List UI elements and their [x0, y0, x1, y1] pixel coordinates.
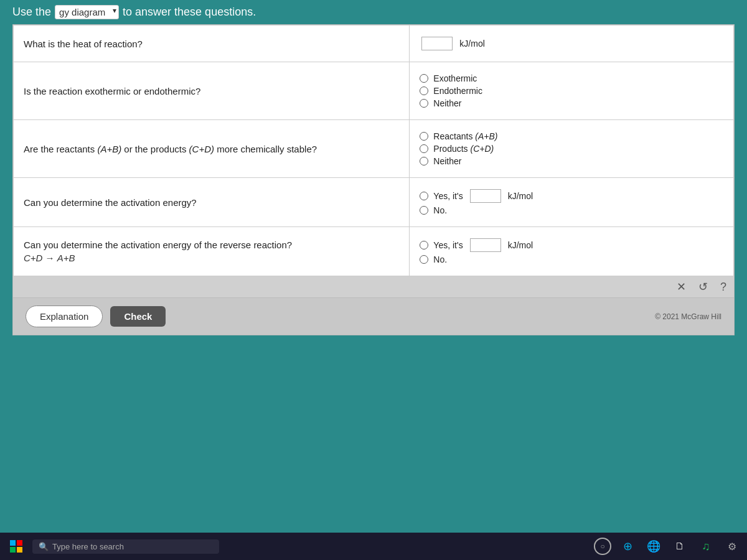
action-icons: ✕ ↺ ? — [677, 280, 726, 294]
unit-label-3: kJ/mol — [508, 240, 533, 250]
activation-energy-input[interactable] — [470, 189, 501, 203]
taskbar-search[interactable]: 🔍 Type here to search — [32, 539, 219, 554]
main-content: What is the heat of reaction? kJ/mol Is … — [12, 24, 735, 298]
label-neither-2: Neither — [433, 156, 461, 166]
search-label: Type here to search — [52, 542, 124, 551]
check-button[interactable]: Check — [110, 306, 166, 327]
formula-text: C+D → A+B — [24, 253, 75, 263]
answer-option-input: kJ/mol — [420, 37, 723, 50]
question-text-4: Can you determine the activation energy? — [24, 197, 197, 208]
diagram-dropdown[interactable]: gy diagram — [55, 5, 119, 19]
questions-table: What is the heat of reaction? kJ/mol Is … — [13, 25, 734, 276]
answer-option-yes-2: Yes, it's kJ/mol — [420, 238, 723, 252]
taskbar-cortana[interactable]: ○ — [594, 538, 611, 555]
use-the-text: Use the — [12, 6, 51, 19]
label-products: Products (C+D) — [433, 144, 494, 154]
taskbar: 🔍 Type here to search ○ ⊕ 🌐 🗋 ♫ ⚙ — [0, 533, 747, 560]
label-reactants: Reactants (A+B) — [433, 131, 497, 141]
question-text-5: Can you determine the activation energy … — [24, 240, 292, 250]
taskbar-icons: ○ ⊕ 🌐 🗋 ♫ ⚙ — [594, 536, 742, 556]
taskbar-settings[interactable]: ⚙ — [722, 536, 742, 556]
radio-neither-1[interactable] — [420, 99, 428, 108]
label-no-1: No. — [433, 205, 447, 215]
explanation-button[interactable]: Explanation — [26, 306, 103, 327]
question-cell-3: Are the reactants (A+B) or the products … — [14, 120, 410, 178]
taskbar-chrome[interactable]: 🌐 — [644, 536, 664, 556]
bottom-bar: Explanation Check © 2021 McGraw Hill — [12, 298, 735, 335]
svg-rect-1 — [17, 540, 22, 546]
header-bar: Use the gy diagram to answer these quest… — [0, 0, 747, 24]
answer-cell-5: Yes, it's kJ/mol No. — [410, 227, 734, 276]
reverse-activation-energy-input[interactable] — [470, 238, 501, 252]
table-row: What is the heat of reaction? kJ/mol — [14, 26, 734, 62]
question-cell-2: Is the reaction exothermic or endothermi… — [14, 62, 410, 120]
radio-yes-1[interactable] — [420, 192, 428, 200]
answer-option-products: Products (C+D) — [420, 144, 723, 154]
sub-formula: C+D → A+B — [24, 253, 399, 263]
label-no-2: No. — [433, 254, 447, 264]
answer-cell-1: kJ/mol — [410, 26, 734, 62]
radio-reactants[interactable] — [420, 132, 428, 141]
table-row: Are the reactants (A+B) or the products … — [14, 120, 734, 178]
label-neither-1: Neither — [433, 98, 461, 108]
taskbar-spotify[interactable]: ♫ — [696, 536, 716, 556]
label-yes-1: Yes, it's — [433, 191, 463, 201]
answer-option-yes-1: Yes, it's kJ/mol — [420, 189, 723, 203]
table-row: Can you determine the activation energy?… — [14, 178, 734, 227]
svg-rect-3 — [17, 547, 22, 553]
taskbar-file[interactable]: 🗋 — [670, 536, 690, 556]
answer-option-reactants: Reactants (A+B) — [420, 131, 723, 141]
radio-exothermic[interactable] — [420, 74, 428, 83]
label-exothermic: Exothermic — [433, 73, 477, 83]
question-cell-1: What is the heat of reaction? — [14, 26, 410, 62]
answer-option-neither-1: Neither — [420, 98, 723, 108]
question-text-3: Are the reactants (A+B) or the products … — [24, 144, 317, 154]
answer-cell-2: Exothermic Endothermic Neither — [410, 62, 734, 120]
question-text-2: Is the reaction exothermic or endothermi… — [24, 86, 200, 96]
question-text-1: What is the heat of reaction? — [24, 39, 143, 49]
svg-rect-0 — [10, 540, 16, 546]
question-cell-5: Can you determine the activation energy … — [14, 227, 410, 276]
radio-yes-2[interactable] — [420, 241, 428, 250]
label-yes-2: Yes, it's — [433, 240, 463, 250]
search-icon: 🔍 — [39, 542, 49, 551]
close-icon[interactable]: ✕ — [677, 280, 686, 294]
answer-cell-4: Yes, it's kJ/mol No. — [410, 178, 734, 227]
header-subtitle: to answer these questions. — [123, 6, 256, 19]
copyright-text: © 2021 McGraw Hill — [655, 312, 721, 321]
label-endothermic: Endothermic — [433, 86, 482, 96]
table-row: Is the reaction exothermic or endothermi… — [14, 62, 734, 120]
answer-option-no-1: No. — [420, 205, 723, 215]
answer-cell-3: Reactants (A+B) Products (C+D) Neither — [410, 120, 734, 178]
svg-rect-2 — [10, 547, 16, 553]
diagram-dropdown-wrapper[interactable]: gy diagram — [55, 5, 119, 19]
answer-option-exothermic: Exothermic — [420, 73, 723, 83]
answer-option-endothermic: Endothermic — [420, 86, 723, 96]
radio-endothermic[interactable] — [420, 86, 428, 95]
answer-option-neither-2: Neither — [420, 156, 723, 166]
radio-no-1[interactable] — [420, 206, 428, 215]
undo-icon[interactable]: ↺ — [698, 280, 708, 294]
radio-no-2[interactable] — [420, 255, 428, 264]
unit-label-2: kJ/mol — [508, 191, 533, 201]
radio-products[interactable] — [420, 144, 428, 153]
start-button[interactable] — [5, 535, 27, 558]
radio-neither-2[interactable] — [420, 157, 428, 166]
answer-option-no-2: No. — [420, 254, 723, 264]
heat-input[interactable] — [421, 37, 453, 50]
unit-label-1: kJ/mol — [459, 39, 484, 49]
question-cell-4: Can you determine the activation energy? — [14, 178, 410, 227]
taskbar-edge[interactable]: ⊕ — [618, 536, 637, 556]
table-row: Can you determine the activation energy … — [14, 227, 734, 276]
action-row: ✕ ↺ ? — [13, 276, 734, 297]
help-icon[interactable]: ? — [720, 281, 726, 294]
